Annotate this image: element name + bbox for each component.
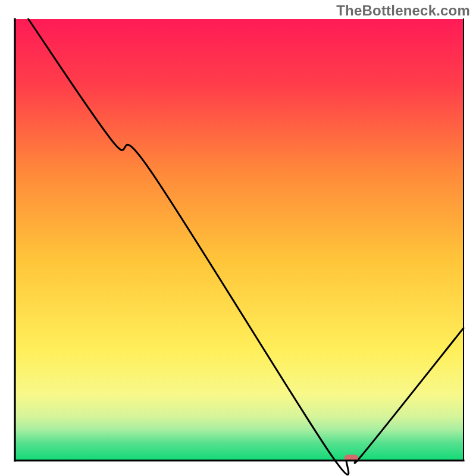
bottleneck-chart xyxy=(0,0,476,476)
plot-background xyxy=(15,19,464,461)
watermark-text: TheBottleneck.com xyxy=(336,2,470,19)
chart-container: TheBottleneck.com xyxy=(0,0,476,476)
